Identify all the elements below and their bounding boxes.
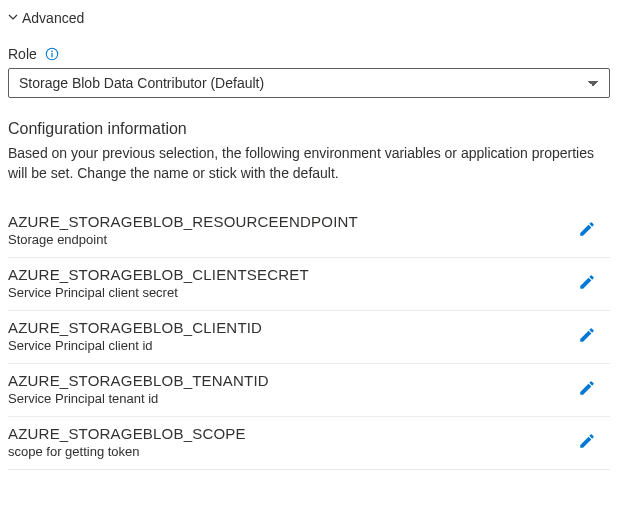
chevron-down-icon (8, 12, 18, 24)
pencil-icon (578, 379, 596, 400)
svg-point-1 (51, 51, 53, 53)
config-row: AZURE_STORAGEBLOB_SCOPEscope for getting… (8, 417, 610, 470)
config-row-text: AZURE_STORAGEBLOB_SCOPEscope for getting… (8, 425, 568, 459)
advanced-section-label: Advanced (22, 10, 84, 26)
advanced-section-toggle[interactable]: Advanced (8, 10, 610, 26)
edit-button[interactable] (568, 322, 606, 351)
edit-button[interactable] (568, 269, 606, 298)
config-variable-name: AZURE_STORAGEBLOB_RESOURCEENDPOINT (8, 213, 568, 230)
pencil-icon (578, 273, 596, 294)
edit-button[interactable] (568, 375, 606, 404)
config-variable-name: AZURE_STORAGEBLOB_CLIENTID (8, 319, 568, 336)
config-row-text: AZURE_STORAGEBLOB_CLIENTSECRETService Pr… (8, 266, 568, 300)
info-icon[interactable] (45, 47, 59, 61)
configuration-heading: Configuration information (8, 120, 610, 138)
config-variable-description: scope for getting token (8, 444, 568, 459)
config-row: AZURE_STORAGEBLOB_RESOURCEENDPOINTStorag… (8, 205, 610, 258)
edit-button[interactable] (568, 216, 606, 245)
config-variable-name: AZURE_STORAGEBLOB_SCOPE (8, 425, 568, 442)
pencil-icon (578, 326, 596, 347)
svg-rect-2 (51, 53, 52, 57)
config-row: AZURE_STORAGEBLOB_CLIENTSECRETService Pr… (8, 258, 610, 311)
pencil-icon (578, 220, 596, 241)
config-row-text: AZURE_STORAGEBLOB_TENANTIDService Princi… (8, 372, 568, 406)
config-variable-name: AZURE_STORAGEBLOB_CLIENTSECRET (8, 266, 568, 283)
config-variable-name: AZURE_STORAGEBLOB_TENANTID (8, 372, 568, 389)
config-row: AZURE_STORAGEBLOB_TENANTIDService Princi… (8, 364, 610, 417)
role-field-label: Role (8, 46, 37, 62)
config-variable-description: Service Principal client id (8, 338, 568, 353)
config-variable-description: Service Principal client secret (8, 285, 568, 300)
config-variable-description: Storage endpoint (8, 232, 568, 247)
edit-button[interactable] (568, 428, 606, 457)
config-row: AZURE_STORAGEBLOB_CLIENTIDService Princi… (8, 311, 610, 364)
config-row-text: AZURE_STORAGEBLOB_CLIENTIDService Princi… (8, 319, 568, 353)
config-row-text: AZURE_STORAGEBLOB_RESOURCEENDPOINTStorag… (8, 213, 568, 247)
config-variable-description: Service Principal tenant id (8, 391, 568, 406)
role-select[interactable]: Storage Blob Data Contributor (Default) (8, 68, 610, 98)
configuration-description: Based on your previous selection, the fo… (8, 144, 610, 183)
pencil-icon (578, 432, 596, 453)
configuration-list: AZURE_STORAGEBLOB_RESOURCEENDPOINTStorag… (8, 205, 610, 470)
